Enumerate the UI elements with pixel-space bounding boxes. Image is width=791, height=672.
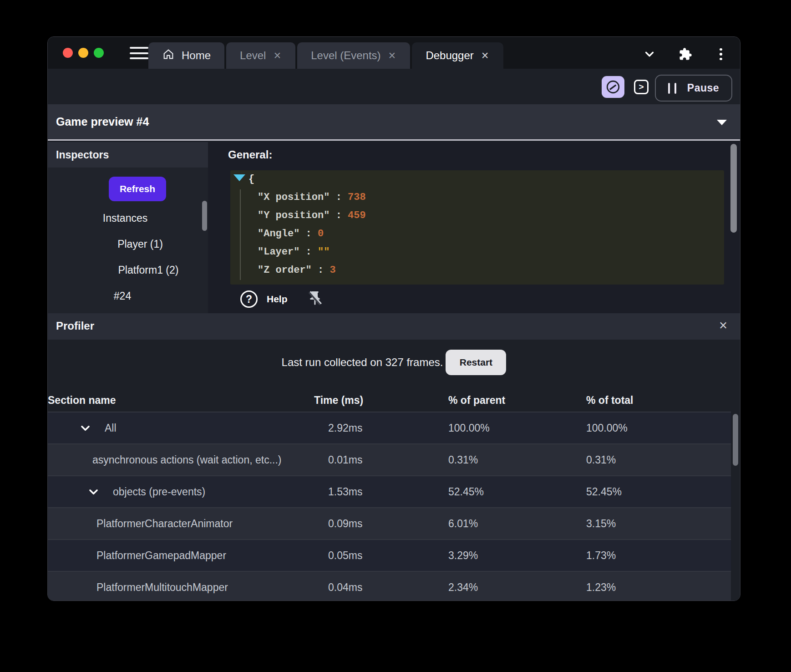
help-label[interactable]: Help <box>267 294 288 305</box>
collapse-triangle-icon[interactable] <box>233 174 245 181</box>
profiler-status-text: Last run collected on 327 frames. <box>282 356 443 369</box>
profiler-scrollbar-track[interactable] <box>731 412 740 601</box>
tab-label: Debugger <box>426 49 473 62</box>
minimize-window-button[interactable] <box>78 48 88 58</box>
general-scrollbar-thumb[interactable] <box>730 144 737 233</box>
profiler-title: Profiler <box>56 320 94 332</box>
profiler-header: Profiler × <box>48 313 740 340</box>
pin-slash-icon[interactable] <box>307 290 323 309</box>
table-header-row: Section name Time (ms) % of parent % of … <box>48 389 740 412</box>
col-header-total: % of total <box>586 394 740 407</box>
tree-item-platform1[interactable]: Platform1 (2) <box>68 264 228 276</box>
extensions-puzzle-icon[interactable] <box>678 47 693 61</box>
inspectors-scrollbar-thumb[interactable] <box>202 201 207 231</box>
close-icon[interactable]: × <box>273 50 282 62</box>
home-icon <box>162 48 175 63</box>
profiler-body: Last run collected on 327 frames. Restar… <box>48 340 740 601</box>
pause-button[interactable]: Pause <box>655 75 732 102</box>
profiler-scrollbar-thumb[interactable] <box>733 414 738 466</box>
console-button[interactable]: > <box>634 80 649 94</box>
chevron-down-icon[interactable] <box>86 486 101 498</box>
tab-level[interactable]: Level × <box>226 42 295 69</box>
pause-label: Pause <box>687 82 719 94</box>
tree-item-instances[interactable]: Instances <box>47 212 205 224</box>
table-row[interactable]: asynchronous actions (wait action, etc..… <box>48 443 740 475</box>
instance-json-view: { "X position" : 738 "Y position" : 459 … <box>230 170 724 285</box>
code-line: "X position" : 738 <box>230 188 724 207</box>
help-icon[interactable]: ? <box>240 290 258 308</box>
chevron-down-icon[interactable] <box>642 47 657 61</box>
close-window-button[interactable] <box>63 48 73 58</box>
inspectors-title: Inspectors <box>56 149 109 161</box>
general-panel: General: { "X position" : 738 "Y positio… <box>208 142 740 313</box>
inspectors-panel: Inspectors Refresh Instances Player (1) … <box>48 142 208 313</box>
profiler-gauge-button[interactable] <box>602 76 624 98</box>
chevron-down-icon[interactable] <box>78 422 92 434</box>
game-preview-title: Game preview #4 <box>56 115 149 128</box>
code-line: "Layer" : "" <box>230 243 724 261</box>
restart-button[interactable]: Restart <box>446 350 506 375</box>
col-header-time: Time (ms) <box>314 394 448 407</box>
menu-icon[interactable] <box>130 47 148 59</box>
table-row[interactable]: PlatformerCharacterAnimator 0.09ms 6.01%… <box>48 507 740 539</box>
col-header-parent: % of parent <box>448 394 586 407</box>
debugger-toolbar: > Pause <box>48 69 740 104</box>
table-row[interactable]: PlatformerMultitouchMapper 0.04ms 2.34% … <box>48 571 740 601</box>
code-line: "Y position" : 459 <box>230 207 724 225</box>
code-line: "Z order" : 3 <box>230 261 724 280</box>
tab-label: Level <box>240 49 266 62</box>
profiler-status-row: Last run collected on 327 frames. Restar… <box>48 350 740 375</box>
maximize-window-button[interactable] <box>94 48 104 58</box>
tree-item-24[interactable]: #24 <box>47 290 203 302</box>
tab-home[interactable]: Home <box>148 42 224 69</box>
code-line: "Angle" : 0 <box>230 225 724 243</box>
tab-label: Level (Events) <box>311 49 380 62</box>
tab-level-events[interactable]: Level (Events) × <box>297 42 410 69</box>
chevron-down-icon[interactable] <box>717 120 727 125</box>
tree-item-player[interactable]: Player (1) <box>60 238 220 250</box>
close-icon[interactable]: × <box>481 50 490 62</box>
kebab-menu-icon[interactable] <box>714 47 728 61</box>
tab-strip: Home Level × Level (Events) × Debugger × <box>48 37 740 69</box>
profiler-table: Section name Time (ms) % of parent % of … <box>48 389 740 601</box>
general-title: General: <box>228 148 272 161</box>
debugger-window: Home Level × Level (Events) × Debugger × <box>47 36 740 601</box>
table-row[interactable]: objects (pre-events) 1.53ms 52.45% 52.45… <box>48 475 740 507</box>
tab-bar: Home Level × Level (Events) × Debugger × <box>148 42 503 69</box>
indent-guide <box>240 189 241 280</box>
inspectors-header: Inspectors <box>48 142 208 168</box>
inspector-panels: Inspectors Refresh Instances Player (1) … <box>48 142 740 313</box>
tab-debugger[interactable]: Debugger × <box>412 42 503 69</box>
tab-label: Home <box>182 49 211 62</box>
help-row: ? Help <box>240 290 323 309</box>
close-icon[interactable]: × <box>388 50 397 62</box>
col-header-section: Section name <box>48 394 314 407</box>
table-row[interactable]: PlatformerGamepadMapper 0.05ms 3.29% 1.7… <box>48 539 740 571</box>
close-icon[interactable]: × <box>719 317 727 334</box>
console-prompt: > <box>639 82 644 92</box>
window-controls <box>63 48 104 58</box>
pause-icon <box>668 83 676 94</box>
code-line: { <box>230 170 724 188</box>
refresh-button[interactable]: Refresh <box>109 177 166 201</box>
table-row[interactable]: All 2.92ms 100.00% 100.00% <box>48 412 740 443</box>
game-preview-header[interactable]: Game preview #4 <box>48 104 740 141</box>
